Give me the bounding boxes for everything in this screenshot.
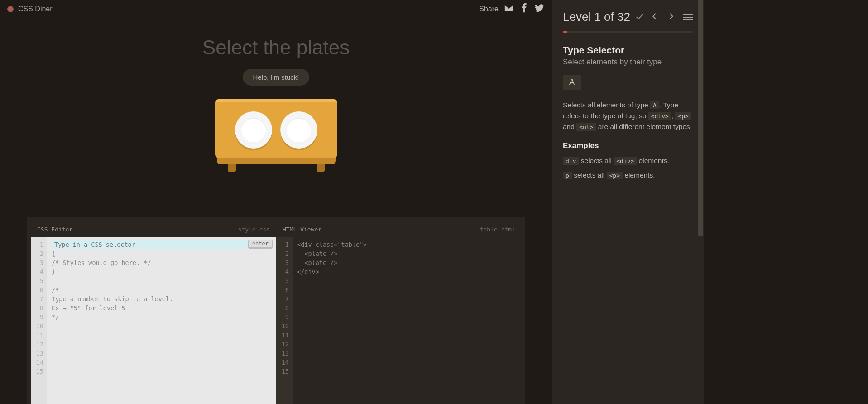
help-button[interactable]: Help, I'm stuck! bbox=[243, 69, 309, 86]
enter-button[interactable]: enter bbox=[248, 240, 273, 249]
css-editor-title: CSS Editor bbox=[37, 226, 72, 233]
progress-fill bbox=[563, 31, 567, 33]
syntax-box: A bbox=[563, 75, 581, 90]
lesson-title: Type Selector bbox=[563, 45, 693, 56]
share-label: Share bbox=[479, 5, 499, 13]
lesson-body: Selects all elements of type A. Type ref… bbox=[563, 100, 693, 179]
code-tag: <div> bbox=[614, 157, 637, 165]
editors: CSS Editor style.css 1 2 3 4 5 6 7 8 9 1… bbox=[27, 217, 525, 404]
html-code-area: <div class="table"> <plate /> <plate /> … bbox=[293, 237, 522, 404]
table-leg bbox=[317, 164, 325, 172]
game-table bbox=[215, 99, 337, 172]
css-line-gutter: 1 2 3 4 5 6 7 8 9 10 11 12 13 14 15 bbox=[31, 237, 47, 404]
lesson-subtitle: Select elements by their type bbox=[563, 58, 693, 67]
table-legs bbox=[215, 164, 337, 172]
level-nav bbox=[651, 12, 693, 22]
check-icon bbox=[635, 11, 645, 23]
plate-icon[interactable] bbox=[235, 111, 272, 149]
menu-icon[interactable] bbox=[683, 14, 693, 20]
code-tag: p bbox=[563, 172, 572, 179]
html-viewer: HTML Viewer table.html 1 2 3 4 5 6 7 8 9… bbox=[276, 221, 522, 404]
css-editor-body: 1 2 3 4 5 6 7 8 9 10 11 12 13 14 15 { /*… bbox=[31, 237, 276, 404]
css-editor: CSS Editor style.css 1 2 3 4 5 6 7 8 9 1… bbox=[31, 221, 276, 404]
code-tag: <div> bbox=[648, 112, 671, 120]
level-label: Level 1 of 32 bbox=[563, 10, 630, 24]
sidebar-scrollbar[interactable] bbox=[697, 0, 704, 404]
facebook-icon[interactable] bbox=[519, 3, 529, 15]
twitter-icon[interactable] bbox=[535, 3, 545, 15]
code-tag: <p> bbox=[675, 112, 691, 120]
table-leg bbox=[228, 164, 236, 172]
code-tag: div bbox=[563, 157, 579, 165]
level-progress bbox=[563, 31, 693, 33]
html-viewer-title: HTML Viewer bbox=[283, 226, 321, 233]
example-line: div selects all <div> elements. bbox=[563, 157, 693, 165]
table-edge bbox=[217, 158, 336, 164]
html-line-gutter: 1 2 3 4 5 6 7 8 9 10 11 12 13 14 15 bbox=[276, 237, 293, 404]
share-block: Share bbox=[479, 3, 545, 15]
example-line: p selects all <p> elements. bbox=[563, 171, 693, 179]
html-filename: table.html bbox=[480, 226, 515, 233]
code-tag: A bbox=[650, 101, 659, 109]
css-filename: style.css bbox=[238, 226, 270, 233]
lesson-description: Selects all elements of type A. Type ref… bbox=[563, 100, 693, 132]
code-tag: <p> bbox=[607, 172, 623, 179]
app-title: CSS Diner bbox=[18, 5, 53, 13]
page-title: Select the plates bbox=[202, 36, 350, 59]
level-header: Level 1 of 32 bbox=[563, 10, 693, 24]
css-editor-header: CSS Editor style.css bbox=[31, 221, 276, 237]
top-bar: CSS Diner Share bbox=[0, 0, 552, 18]
css-code-area: { /* Styles would go here. */ } /* Type … bbox=[47, 237, 276, 404]
html-viewer-body: 1 2 3 4 5 6 7 8 9 10 11 12 13 14 15 <div… bbox=[276, 237, 522, 404]
plate-icon[interactable] bbox=[280, 111, 317, 149]
next-level-icon[interactable] bbox=[667, 12, 675, 22]
mail-icon[interactable] bbox=[504, 3, 514, 15]
main-area: Select the plates Help, I'm stuck! bbox=[0, 18, 552, 172]
examples-heading: Examples bbox=[563, 141, 693, 150]
code-tag: <ul> bbox=[576, 123, 596, 131]
css-selector-input[interactable] bbox=[52, 240, 264, 249]
logo-icon bbox=[7, 6, 14, 12]
sidebar: Level 1 of 32 Type Selector Select eleme… bbox=[552, 0, 704, 404]
prev-level-icon[interactable] bbox=[651, 12, 659, 22]
html-viewer-header: HTML Viewer table.html bbox=[276, 221, 522, 237]
table-top bbox=[215, 99, 337, 158]
